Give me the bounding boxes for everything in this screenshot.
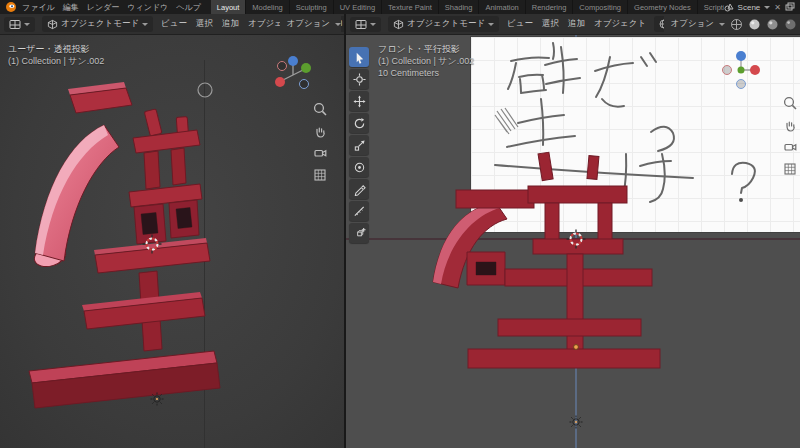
mode-dropdown[interactable]: オブジェクトモード [388, 16, 499, 32]
tool-cursor[interactable] [349, 69, 369, 89]
tool-transform[interactable] [349, 157, 369, 177]
camera-view-icon[interactable] [782, 139, 798, 155]
scene-icon [724, 2, 734, 12]
tab-scripting[interactable]: Scripting [698, 0, 724, 14]
tab-animation[interactable]: Animation [479, 0, 525, 14]
blender-logo-icon[interactable] [5, 1, 17, 13]
render-menu[interactable]: レンダー [87, 2, 120, 13]
view-label: ユーザー・透視投影 [8, 43, 104, 55]
right-header-options: オプション [664, 14, 798, 34]
mode-dropdown[interactable]: オブジェクトモード [42, 16, 153, 32]
left-header-options: オプション [280, 14, 342, 34]
collection-label: (1) Collection | サン.002 [378, 55, 474, 67]
tab-modeling[interactable]: Modeling [246, 0, 289, 14]
scale-label: 10 Centimeters [378, 67, 474, 79]
pan-hand-icon[interactable] [312, 123, 328, 139]
options-caret[interactable] [719, 23, 725, 26]
navigation-gizmo[interactable] [271, 53, 315, 97]
collection-label: (1) Collection | サン.002 [8, 55, 104, 67]
topbar: ファイル 編集 レンダー ウィンドウ ヘルプ Layout Modeling S… [0, 0, 800, 14]
zoom-icon[interactable] [312, 101, 328, 117]
viewport-right[interactable]: 壁だっけ？ [346, 35, 800, 448]
tool-move[interactable] [349, 91, 369, 111]
mode-label: オブジェクトモード [61, 18, 139, 30]
view-label: フロント・平行投影 [378, 43, 474, 55]
point-light-object[interactable] [149, 391, 165, 407]
file-menu[interactable]: ファイル [22, 2, 55, 13]
tool-rotate[interactable] [349, 113, 369, 133]
options-caret[interactable] [335, 23, 341, 26]
window-menu[interactable]: ウィンドウ [127, 2, 168, 13]
options-dropdown[interactable]: オプション [287, 18, 331, 30]
shading-material-icon[interactable] [766, 18, 779, 31]
object-mode-cube-icon [393, 19, 404, 30]
3d-cursor [142, 234, 162, 254]
tab-geometry-nodes[interactable]: Geometry Nodes [628, 0, 698, 14]
tab-compositing[interactable]: Compositing [573, 0, 628, 14]
tab-shading[interactable]: Shading [439, 0, 480, 14]
workspace-tabs: Layout Modeling Sculpting UV Editing Tex… [211, 0, 724, 14]
viewport-info: フロント・平行投影 (1) Collection | サン.002 10 Cen… [378, 43, 474, 79]
select-menu[interactable]: 選択 [541, 16, 560, 32]
scene-dropdown-caret[interactable] [764, 6, 770, 9]
add-menu[interactable]: 追加 [567, 16, 586, 32]
viewport-info: ユーザー・透視投影 (1) Collection | サン.002 [8, 43, 104, 67]
tab-rendering[interactable]: Rendering [526, 0, 574, 14]
viewport-nav-buttons [782, 95, 798, 177]
right-viewport-header: オブジェクトモード ビュー 選択 追加 オブジェクト グローバル オプション [346, 14, 800, 35]
object-origin-dot [572, 343, 580, 351]
tab-layout[interactable]: Layout [211, 0, 247, 14]
add-menu[interactable]: 追加 [221, 16, 240, 32]
tab-uv-editing[interactable]: UV Editing [334, 0, 382, 14]
view-menu[interactable]: ビュー [160, 16, 188, 32]
camera-view-icon[interactable] [312, 145, 328, 161]
viewport-left[interactable]: ユーザー・透視投影 (1) Collection | サン.002 [0, 35, 344, 448]
ortho-toggle-icon[interactable] [312, 167, 328, 183]
left-viewport-header: オブジェクトモード ビュー 選択 追加 オブジェクト グローバル オプション [0, 14, 344, 35]
tool-scale[interactable] [349, 135, 369, 155]
mode-label: オブジェクトモード [407, 18, 485, 30]
tab-texture-paint[interactable]: Texture Paint [382, 0, 439, 14]
select-menu[interactable]: 選択 [195, 16, 214, 32]
3d-cursor [566, 229, 586, 249]
app-menus: ファイル 編集 レンダー ウィンドウ ヘルプ [22, 2, 201, 13]
object-mode-cube-icon [47, 19, 58, 30]
scene-selector: Scene ✕ [724, 2, 795, 12]
editor-type-button[interactable] [350, 17, 381, 32]
viewport-editor-icon [9, 19, 21, 30]
ortho-toggle-icon[interactable] [782, 161, 798, 177]
editor-type-button[interactable] [4, 17, 35, 32]
pan-hand-icon[interactable] [782, 117, 798, 133]
tool-annotate[interactable] [349, 179, 369, 199]
tool-measure[interactable] [349, 201, 369, 221]
view-layer-icon[interactable] [785, 2, 795, 12]
empty-object-circle[interactable] [197, 82, 213, 98]
shading-wireframe-icon[interactable] [730, 18, 743, 31]
shading-solid-icon[interactable] [748, 18, 761, 31]
viewport-nav-buttons [312, 101, 328, 183]
edit-menu[interactable]: 編集 [63, 2, 79, 13]
object-menu[interactable]: オブジェクト [593, 16, 647, 32]
viewport-editor-icon [355, 19, 367, 30]
shading-rendered-icon[interactable] [784, 18, 797, 31]
navigation-gizmo[interactable] [719, 48, 763, 92]
viewport-divider[interactable] [344, 14, 346, 448]
tool-select-box[interactable] [349, 47, 369, 67]
point-light-object[interactable] [568, 414, 584, 430]
tool-add-cube[interactable] [349, 223, 369, 243]
scene-name[interactable]: Scene [738, 3, 761, 12]
new-scene-icon[interactable]: ✕ [774, 3, 781, 12]
zoom-icon[interactable] [782, 95, 798, 111]
view-menu[interactable]: ビュー [506, 16, 534, 32]
tool-shelf [349, 47, 369, 243]
tab-sculpting[interactable]: Sculpting [290, 0, 334, 14]
help-menu[interactable]: ヘルプ [176, 2, 201, 13]
options-dropdown[interactable]: オプション [671, 18, 715, 30]
